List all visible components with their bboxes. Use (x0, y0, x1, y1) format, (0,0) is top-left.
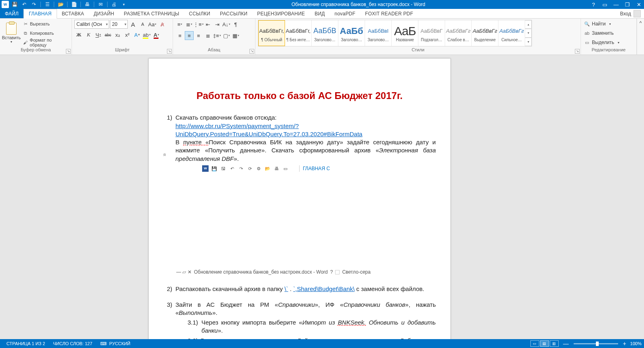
touch-mode-icon[interactable]: ☰ (44, 1, 51, 8)
style-item[interactable]: АаБбЗаголово… (338, 20, 365, 46)
show-marks-button[interactable]: ¶ (231, 20, 240, 29)
undo-icon[interactable]: ↶ (21, 1, 27, 8)
sign-in[interactable]: Вход (617, 9, 644, 18)
shading-button[interactable]: ▢ (222, 31, 231, 40)
tab-layout[interactable]: РАЗМЕТКА СТРАНИЦЫ (119, 9, 184, 18)
undo-icon[interactable]: ↶ (229, 165, 235, 172)
read-mode-button[interactable]: ▭ (530, 340, 539, 347)
text-effects-button[interactable]: A (133, 30, 141, 39)
print-layout-button[interactable]: ▤ (540, 340, 549, 347)
clear-formatting-button[interactable]: A̷ (158, 20, 167, 29)
tab-foxit[interactable]: FOXIT READER PDF (360, 9, 418, 18)
superscript-button[interactable]: x² (123, 30, 132, 39)
dialog-launcher-icon[interactable]: ↘ (575, 49, 580, 54)
style-item[interactable]: АаБбВвГгСильное… (498, 20, 525, 46)
collapse-ribbon-button[interactable]: ^ (637, 19, 644, 55)
borders-button[interactable]: ▦ (231, 31, 240, 40)
numbering-button[interactable]: ≣ (185, 20, 194, 29)
select-button[interactable]: ▭Выделить▾ (583, 38, 620, 46)
find-button[interactable]: 🔍Найти▾ (583, 20, 620, 28)
tab-review[interactable]: РЕЦЕНЗИРОВАНИЕ (252, 9, 310, 18)
save-icon[interactable]: 💾 (11, 1, 18, 8)
save-icon[interactable]: 💾 (211, 165, 217, 172)
dialog-launcher-icon[interactable]: ↘ (66, 49, 71, 54)
save-as-icon[interactable]: 🖫 (220, 165, 226, 172)
gallery-down-icon[interactable]: ▾ (525, 29, 532, 37)
change-case-button[interactable]: Aa (148, 20, 157, 29)
format-painter-button[interactable]: 🖌Формат по образцу (22, 38, 69, 46)
status-language[interactable]: ⌨РУССКИЙ (96, 341, 134, 346)
cut-button[interactable]: ✂Вырезать (22, 20, 69, 28)
status-page[interactable]: СТРАНИЦА 1 ИЗ 2 (2, 341, 49, 346)
zoom-slider[interactable] (574, 343, 618, 344)
zoom-level[interactable]: 100% (630, 341, 642, 346)
align-center-button[interactable]: ≡ (185, 31, 194, 40)
dialog-launcher-icon[interactable]: ↘ (167, 49, 172, 54)
font-name-combo[interactable]: Calibri (Осн (74, 20, 109, 29)
dialog-launcher-icon[interactable]: ↘ (249, 49, 254, 54)
style-item[interactable]: АаБбВвГгВыделение (472, 20, 498, 46)
redo-icon[interactable]: ↷ (31, 1, 37, 8)
gear-icon[interactable]: ⚙ (255, 165, 262, 172)
styles-gallery[interactable]: АаБбВвГг,¶ ОбычныйАаБбВвГг,¶ Без инте…Аа… (258, 20, 532, 46)
font-color-button[interactable]: A (152, 30, 161, 39)
web-layout-button[interactable]: ▥ (550, 340, 559, 347)
hyperlink[interactable]: http://www.cbr.ru/PSystem/payment_system… (175, 122, 362, 137)
style-item[interactable]: АаБбВвIЗаголово… (365, 20, 392, 46)
mail-icon[interactable]: ✉ (97, 1, 104, 8)
paste-button[interactable]: Вставить▾ (2, 20, 20, 46)
minimize-icon[interactable]: ― (612, 2, 620, 8)
decrease-indent-button[interactable]: ⇤ (203, 20, 212, 29)
gallery-up-icon[interactable]: ▴ (525, 20, 532, 29)
style-item[interactable]: АаБбВЗаголово… (312, 20, 338, 46)
open-icon[interactable]: 📂 (57, 1, 64, 8)
sort-button[interactable]: A↓ (222, 20, 231, 29)
grow-font-button[interactable]: A (129, 20, 137, 29)
tab-home[interactable]: ГЛАВНАЯ (23, 9, 57, 19)
style-item[interactable]: АаБбВвГг,¶ Обычный (258, 20, 285, 46)
copy-button[interactable]: ⧉Копировать (22, 29, 69, 37)
tab-design[interactable]: ДИЗАЙН (89, 9, 119, 18)
style-item[interactable]: АаБбВвГПодзагол… (418, 20, 445, 46)
font-size-combo[interactable]: 20 (110, 20, 128, 29)
print-icon[interactable]: 🖶 (273, 165, 280, 172)
print-preview-icon[interactable]: 🖶 (84, 1, 91, 8)
open-icon[interactable]: 📂 (264, 165, 271, 172)
document-area[interactable]: Работать только с базой АС Бюджет 2017г.… (0, 55, 644, 339)
redo-icon[interactable]: ↷ (238, 165, 244, 172)
ribbon-options-icon[interactable]: ▭ (601, 2, 608, 8)
highlight-button[interactable]: ab (142, 30, 151, 39)
style-item[interactable]: АаБНазвание (392, 20, 418, 46)
increase-indent-button[interactable]: ⇥ (213, 20, 222, 29)
tab-file[interactable]: ФАЙЛ (0, 9, 23, 18)
align-right-button[interactable]: ≡ (194, 31, 203, 40)
zoom-in-button[interactable]: + (623, 340, 626, 347)
line-spacing-button[interactable]: ‡≡ (213, 31, 222, 40)
status-word-count[interactable]: ЧИСЛО СЛОВ: 127 (49, 341, 97, 346)
new-icon[interactable]: 📄 (71, 1, 77, 8)
style-item[interactable]: АаБбВвГг,¶ Без инте… (285, 20, 312, 46)
bullets-button[interactable]: ≡ (175, 20, 184, 29)
justify-button[interactable]: ≣ (203, 31, 212, 40)
shrink-font-button[interactable]: A (138, 20, 147, 29)
close-icon[interactable]: ✕ (635, 2, 642, 8)
qat-customize-icon[interactable]: ▾ (120, 1, 127, 8)
refresh-icon[interactable]: ⟳ (247, 165, 253, 172)
strikethrough-button[interactable]: abc (103, 30, 112, 39)
zoom-out-button[interactable]: ― (563, 340, 569, 347)
tab-insert[interactable]: ВСТАВКА (57, 9, 89, 18)
subscript-button[interactable]: x₂ (113, 30, 122, 39)
bold-button[interactable]: Ж (74, 30, 83, 39)
multilevel-button[interactable]: ⋮≡ (194, 20, 203, 29)
mode-icon[interactable]: ▭ (282, 165, 289, 172)
style-item[interactable]: АаБбВвГгСлабое в… (445, 20, 472, 46)
restore-icon[interactable]: ❐ (624, 2, 631, 8)
tab-novapdf[interactable]: novaPDF (330, 9, 360, 18)
gallery-more-icon[interactable]: ▾ (525, 38, 532, 46)
help-icon[interactable]: ? (590, 2, 597, 8)
tab-mailings[interactable]: РАССЫЛКИ (215, 9, 252, 18)
italic-button[interactable]: К (84, 30, 93, 39)
align-left-button[interactable]: ≡ (175, 31, 184, 40)
tab-references[interactable]: ССЫЛКИ (184, 9, 215, 18)
replace-button[interactable]: abЗаменить (583, 29, 620, 37)
